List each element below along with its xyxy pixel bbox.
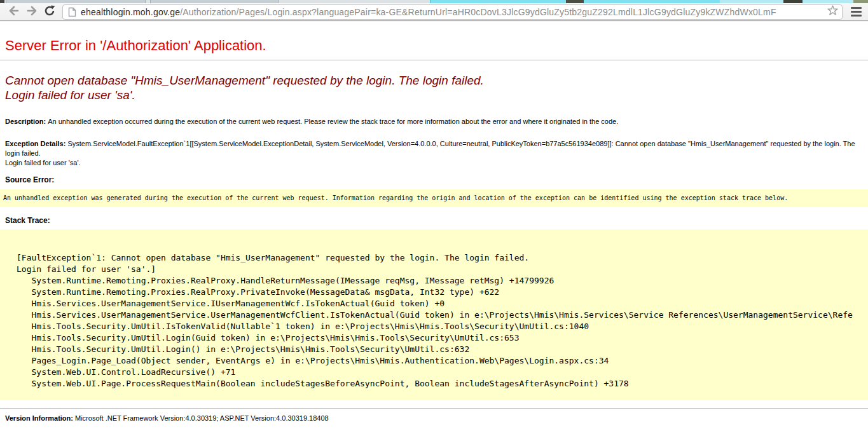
- back-button[interactable]: [5, 4, 23, 20]
- url-path: /Authorization/Pages/Login.aspx?language…: [180, 7, 776, 17]
- page-icon: [68, 7, 76, 17]
- stack-trace-heading: Stack Trace:: [5, 216, 863, 225]
- reload-icon: [43, 4, 56, 20]
- source-error-box: An unhandled exception was generated dur…: [0, 189, 868, 207]
- error-page: Server Error in '/Authorization' Applica…: [0, 37, 868, 423]
- exception-details-text: System.ServiceModel.FaultException`1[[Sy…: [5, 140, 855, 166]
- url-domain: ehealthlogin.moh.gov.ge: [81, 7, 180, 17]
- address-bar[interactable]: ehealthlogin.moh.gov.ge/Authorization/Pa…: [62, 4, 843, 20]
- stack-trace-box: [FaultException`1: Cannot open database …: [0, 229, 868, 400]
- bookmark-button[interactable]: [827, 5, 838, 18]
- version-info-label: Version Information:: [5, 414, 75, 422]
- bookmark-star-icon: [827, 5, 838, 18]
- description-text: An unhandled exception occurred during t…: [48, 118, 618, 125]
- exception-details-label: Exception Details:: [5, 140, 67, 147]
- tab-strip-artifact: [566, 0, 584, 3]
- window-corner: [0, 0, 4, 3]
- version-info-text: Microsoft .NET Framework Version:4.0.303…: [75, 414, 329, 422]
- browser-tab-1[interactable]: [6, 0, 146, 3]
- url-text: ehealthlogin.moh.gov.ge/Authorization/Pa…: [81, 7, 776, 17]
- reload-button[interactable]: [41, 4, 59, 20]
- tab-strip-artifact: [783, 0, 803, 3]
- divider-top: [0, 60, 868, 60]
- browser-toolbar: ehealthlogin.moh.gov.ge/Authorization/Pa…: [0, 3, 868, 21]
- description-label: Description:: [5, 118, 48, 125]
- page-title: Server Error in '/Authorization' Applica…: [5, 37, 863, 54]
- browser-chrome: ehealthlogin.moh.gov.ge/Authorization/Pa…: [0, 0, 868, 22]
- error-message: Cannot open database "Hmis_UserManagemen…: [5, 73, 863, 102]
- description-row: Description: An unhandled exception occu…: [5, 117, 863, 126]
- forward-icon: [26, 6, 38, 18]
- tab-strip: [0, 0, 868, 3]
- tab-strip-background: [853, 0, 868, 3]
- divider-bottom: [0, 408, 868, 409]
- browser-tab-2[interactable]: [150, 0, 279, 3]
- version-info-row: Version Information: Microsoft .NET Fram…: [5, 414, 863, 423]
- back-icon: [8, 6, 20, 18]
- exception-details-row: Exception Details: System.ServiceModel.F…: [5, 139, 863, 168]
- menu-button[interactable]: [848, 4, 864, 20]
- source-error-text: An unhandled exception was generated dur…: [0, 189, 868, 207]
- stack-trace-text: [FaultException`1: Cannot open database …: [0, 229, 868, 400]
- source-error-heading: Source Error:: [5, 175, 863, 184]
- forward-button[interactable]: [23, 4, 41, 20]
